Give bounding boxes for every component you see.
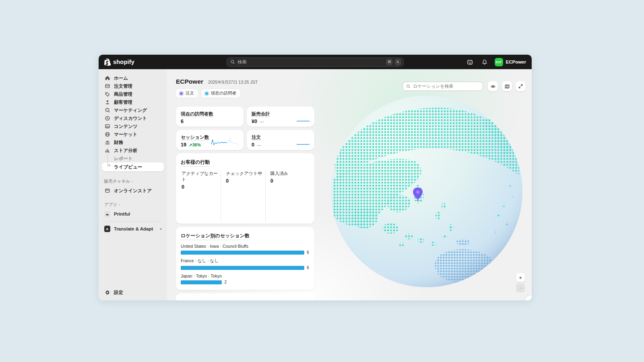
metric-card-sales: 販売合計 ¥0 — bbox=[247, 107, 314, 127]
sidebar-item-settings[interactable]: 設定 bbox=[102, 288, 164, 296]
fullscreen-button[interactable] bbox=[516, 81, 526, 91]
metric-sales-label[interactable]: 販売合計 bbox=[252, 111, 270, 117]
metric-sessions-label[interactable]: セッション数 bbox=[181, 135, 209, 140]
sales-channels-heading[interactable]: 販売チャネル › bbox=[102, 179, 164, 184]
expand-icon bbox=[518, 84, 523, 89]
metric-visitors-label[interactable]: 現在の訪問者数 bbox=[181, 111, 213, 117]
behavior-title[interactable]: お客様の行動 bbox=[181, 159, 210, 167]
online-store-icon bbox=[104, 188, 110, 193]
map-search-placeholder: ロケーションを検索 bbox=[413, 83, 454, 89]
search-icon bbox=[406, 84, 411, 88]
sidekick-icon[interactable] bbox=[466, 58, 475, 66]
marketing-icon bbox=[104, 107, 110, 113]
sidebar-item-marketing[interactable]: マーケティング bbox=[102, 106, 164, 114]
analytics-icon bbox=[104, 148, 110, 153]
comparison-title[interactable]: 新規顧客とリピーターの比較 bbox=[181, 300, 244, 300]
orders-dot-icon bbox=[180, 92, 183, 95]
metric-sales-value: ¥0 bbox=[252, 119, 257, 124]
legend-visitors-toggle[interactable]: 現在の訪問者 bbox=[201, 89, 240, 98]
sidebar-divider bbox=[103, 221, 162, 222]
metric-card-visitors: 現在の訪問者数 6 bbox=[176, 107, 244, 127]
shopify-admin-window: shopify 検索 ⌘ K ECP ECPower bbox=[99, 55, 532, 300]
translate-adapt-icon: A bbox=[104, 226, 110, 232]
location-row: United States · Iowa · Council Bluffs 6 bbox=[181, 244, 310, 255]
orders-flatline-chart bbox=[297, 144, 310, 145]
sidebar-item-printful[interactable]: Printful bbox=[102, 210, 164, 218]
shortcut-cmd-key: ⌘ bbox=[386, 59, 392, 65]
gear-icon bbox=[104, 290, 110, 295]
metric-orders-value: 0 bbox=[252, 142, 254, 148]
location-bar bbox=[181, 280, 222, 284]
metric-sessions-value: 19 bbox=[181, 142, 186, 148]
globe[interactable] bbox=[330, 95, 523, 288]
metric-visitors-value: 6 bbox=[181, 119, 184, 124]
behavior-checking-out: チェックアウト中 0 bbox=[221, 171, 265, 222]
shopify-wordmark: shopify bbox=[113, 59, 134, 65]
notifications-bell-icon[interactable] bbox=[480, 58, 489, 66]
apps-heading[interactable]: アプリ › bbox=[102, 202, 164, 208]
map-style-button[interactable] bbox=[502, 81, 512, 91]
sidebar-item-finances[interactable]: 財務 bbox=[102, 138, 164, 146]
sidebar-item-analytics[interactable]: ストア分析 bbox=[102, 146, 164, 154]
sidebar-item-home[interactable]: ホーム bbox=[102, 74, 164, 82]
sidebar-item-customers[interactable]: 顧客管理 bbox=[102, 98, 164, 106]
sidebar-item-products[interactable]: 商品管理 bbox=[102, 90, 164, 98]
legend-orders-toggle[interactable]: 注文 bbox=[176, 89, 198, 98]
sidebar-item-markets[interactable]: マーケット bbox=[102, 130, 164, 138]
eye-icon bbox=[490, 84, 496, 89]
metric-card-orders: 注文 0 — bbox=[247, 130, 314, 150]
map-zoom-in-button[interactable]: + bbox=[516, 273, 525, 282]
customer-behavior-card: お客様の行動 アクティブなカート 0 チェックアウト中 0 購入済み 0 bbox=[176, 153, 314, 224]
location-bar bbox=[181, 266, 304, 270]
visibility-toggle-button[interactable] bbox=[488, 81, 498, 91]
account-menu[interactable]: ECP ECPower bbox=[495, 58, 526, 66]
customers-icon bbox=[104, 99, 110, 105]
search-placeholder: 検索 bbox=[237, 59, 247, 65]
sidebar-item-content[interactable]: コンテンツ bbox=[102, 122, 164, 130]
sidebar: ホーム 注文管理 商品管理 顧客管理 マーケティング ディスカウント コンテンツ bbox=[99, 69, 167, 300]
current-datetime: 2025年9月27日 13:25 JST bbox=[208, 80, 258, 85]
printful-icon bbox=[104, 211, 110, 217]
resize-corner-handle[interactable] bbox=[525, 295, 532, 300]
live-view-content: ECPower 2025年9月27日 13:25 JST 注文 現在の訪問者 現… bbox=[176, 78, 314, 300]
avatar: ECP bbox=[495, 58, 503, 66]
sessions-by-location-card: ロケーション別のセッション数 United States · Iowa · Co… bbox=[176, 227, 314, 290]
shopify-logo[interactable]: shopify bbox=[104, 58, 134, 66]
app-pin-dot bbox=[160, 228, 161, 230]
behavior-purchased: 購入済み 0 bbox=[266, 171, 310, 222]
map-icon bbox=[504, 84, 510, 89]
page-title: ECPower bbox=[176, 78, 203, 85]
metric-orders-label[interactable]: 注文 bbox=[252, 135, 261, 140]
markets-icon bbox=[104, 132, 110, 137]
arrow-up-icon: ↗ bbox=[189, 142, 192, 147]
tree-elbow-arrow bbox=[107, 160, 111, 166]
shopify-bag-icon bbox=[104, 58, 111, 66]
content-icon bbox=[104, 123, 110, 129]
locations-title[interactable]: ロケーション別のセッション数 bbox=[181, 232, 250, 240]
search-icon bbox=[230, 60, 235, 64]
home-icon bbox=[104, 75, 110, 81]
sidebar-item-discounts[interactable]: ディスカウント bbox=[102, 114, 164, 122]
chevron-right-icon: › bbox=[132, 179, 133, 183]
behavior-active-carts: アクティブなカート 0 bbox=[181, 171, 221, 222]
map-location-search-input[interactable]: ロケーションを検索 bbox=[402, 82, 483, 91]
sales-flatline-chart bbox=[297, 120, 310, 122]
products-icon bbox=[104, 91, 110, 97]
account-name: ECPower bbox=[506, 60, 526, 64]
global-search-input[interactable]: 検索 ⌘ K bbox=[227, 58, 404, 67]
location-row: France · なし · なし 6 bbox=[181, 258, 310, 270]
map-zoom-out-button[interactable]: − bbox=[516, 284, 525, 292]
sidebar-item-orders[interactable]: 注文管理 bbox=[102, 82, 164, 90]
location-bar bbox=[181, 251, 304, 255]
shortcut-k-key: K bbox=[395, 59, 401, 65]
finances-icon bbox=[104, 140, 110, 145]
sessions-sparkline-chart bbox=[211, 138, 239, 147]
chevron-right-icon: › bbox=[119, 203, 120, 207]
orders-icon bbox=[104, 83, 110, 89]
sessions-delta-badge: ↗36% bbox=[189, 142, 201, 147]
sidebar-item-translate-adapt[interactable]: A Translate & Adapt bbox=[102, 225, 164, 233]
sidebar-item-online-store[interactable]: オンラインストア bbox=[102, 187, 164, 195]
live-view-map-area: ロケーションを検索 + − ECPower 2025年9月27日 13:25 J… bbox=[167, 69, 532, 300]
new-vs-returning-card: 新規顧客とリピーターの比較 bbox=[176, 293, 314, 300]
globe-rim-shade bbox=[331, 96, 522, 287]
